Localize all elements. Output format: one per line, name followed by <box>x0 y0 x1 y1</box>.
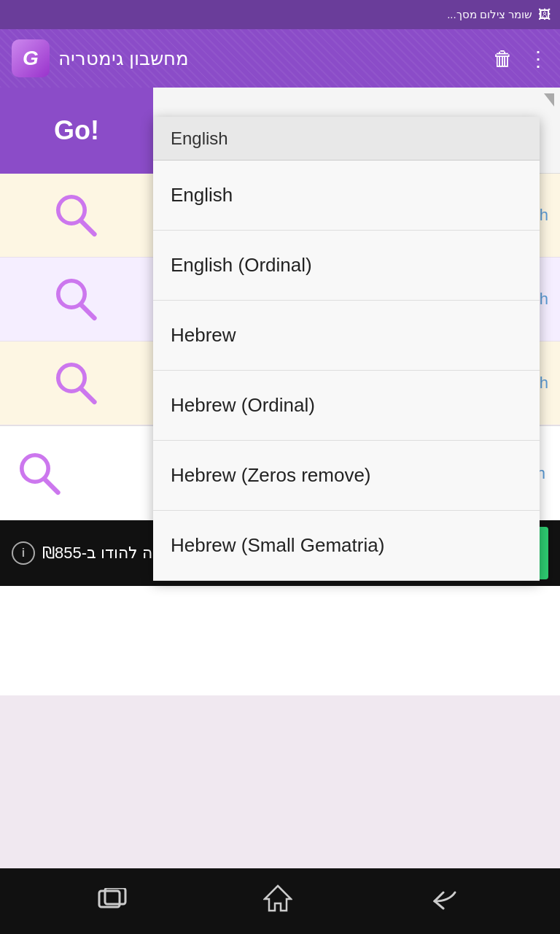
dropdown-item-label-1: English (Ordinal) <box>171 254 312 277</box>
screenshot-icon: 🖼 <box>538 7 551 23</box>
status-bar-text: שומר צילום מסך... <box>447 8 532 21</box>
dropdown-item-0[interactable]: English <box>153 161 540 231</box>
app-title: מחשבון גימטריה <box>58 47 189 70</box>
dropdown-item-5[interactable]: Hebrew (Small Gematria) <box>153 511 540 581</box>
magnifier-icon-3 <box>51 358 102 409</box>
dropdown-item-3[interactable]: Hebrew (Ordinal) <box>153 371 540 441</box>
search-icon-cell-1 <box>0 190 153 241</box>
ad-info-icon: i <box>12 541 35 565</box>
dropdown-overlay: English English English (Ordinal) Hebrew… <box>153 117 540 581</box>
dropdown-item-4[interactable]: Hebrew (Zeros remove) <box>153 441 540 511</box>
svg-line-5 <box>82 389 95 402</box>
home-icon[interactable] <box>263 884 292 919</box>
dropdown-item-label-0: English <box>171 184 233 207</box>
status-bar: שומר צילום מסך... 🖼 <box>0 0 560 29</box>
result-icon-cell <box>15 448 80 499</box>
dropdown-item-label-2: Hebrew <box>171 324 236 347</box>
ad-text-area: i טיסה להודו ב-₪855 <box>12 541 176 565</box>
app-header: G מחשבון גימטריה 🗑 ⋮ <box>0 29 560 88</box>
header-right: 🗑 ⋮ <box>493 47 548 71</box>
svg-line-3 <box>82 305 95 318</box>
back-icon[interactable] <box>429 886 462 916</box>
dropdown-item-1[interactable]: English (Ordinal) <box>153 231 540 301</box>
app-icon: G <box>12 39 50 77</box>
search-icon-cell-3 <box>0 358 153 409</box>
delete-icon[interactable]: 🗑 <box>493 47 513 71</box>
more-icon[interactable]: ⋮ <box>528 47 548 71</box>
nav-bar <box>0 868 560 934</box>
dropdown-item-2[interactable]: Hebrew <box>153 301 540 371</box>
svg-marker-10 <box>265 886 291 911</box>
dropdown-header: English <box>153 117 540 161</box>
magnifier-icon-2 <box>51 274 102 325</box>
empty-space <box>0 586 560 695</box>
dropdown-header-text: English <box>171 128 228 149</box>
dropdown-item-label-3: Hebrew (Ordinal) <box>171 394 315 417</box>
recent-apps-icon[interactable] <box>98 888 127 915</box>
go-button[interactable]: Go! <box>0 88 153 174</box>
magnifier-icon-result <box>15 448 66 499</box>
dropdown-item-label-4: Hebrew (Zeros remove) <box>171 464 371 487</box>
dropdown-chevron-icon <box>544 93 554 107</box>
svg-line-1 <box>82 221 95 234</box>
search-icon-cell-2 <box>0 274 153 325</box>
header-left: G מחשבון גימטריה <box>12 39 189 77</box>
magnifier-icon-1 <box>51 190 102 241</box>
dropdown-item-label-5: Hebrew (Small Gematria) <box>171 534 384 557</box>
main-content: Go! English sh <box>0 88 560 695</box>
svg-line-7 <box>45 479 58 493</box>
